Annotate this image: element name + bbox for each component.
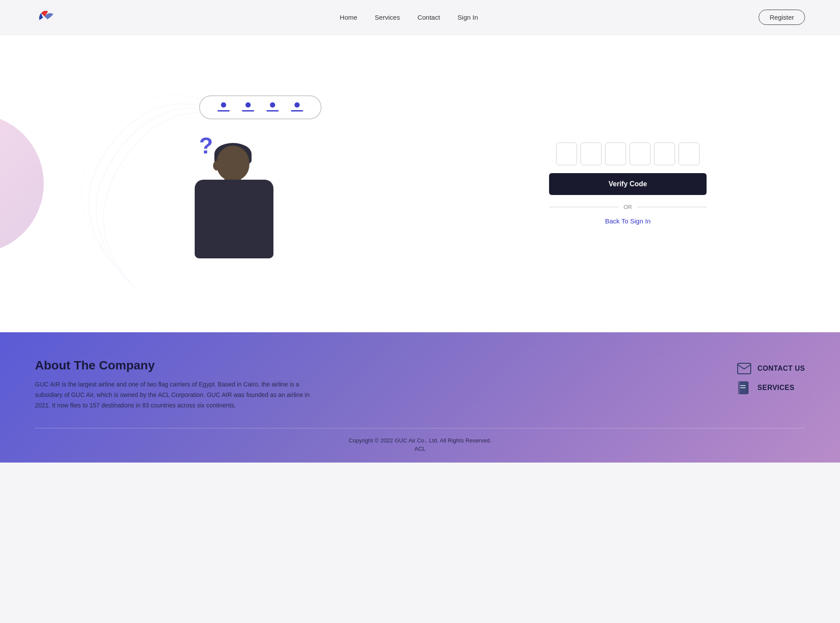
nav-link-services[interactable]: Services: [375, 14, 400, 21]
otp-dot-2: [245, 102, 251, 108]
logo[interactable]: [35, 5, 59, 29]
footer-links-section: CONTACT US SERVICES: [737, 363, 805, 393]
footer-top: About The Company GUC AIR is the largest…: [35, 358, 805, 411]
nav-link-contact[interactable]: Contact: [417, 14, 440, 21]
back-to-signin-link[interactable]: Back To Sign In: [605, 217, 651, 225]
code-input-5[interactable]: [654, 143, 675, 165]
person-head: [217, 146, 249, 181]
otp-dot-1: [221, 102, 226, 108]
footer-link-services[interactable]: SERVICES: [737, 382, 805, 393]
person-body: [195, 180, 273, 258]
code-inputs-group: [556, 143, 700, 165]
otp-line-2: [242, 110, 254, 111]
otp-dot-4: [294, 102, 300, 108]
register-button[interactable]: Register: [759, 10, 805, 25]
person-ear: [213, 161, 220, 171]
footer-about-text: GUC AIR is the largest airline and one o…: [35, 379, 315, 411]
acl-text: ACL: [35, 445, 805, 452]
nav-item-services[interactable]: Services: [375, 14, 400, 21]
nav-item-contact[interactable]: Contact: [417, 14, 440, 21]
otp-dot-3: [270, 102, 275, 108]
footer-copyright: Copyright © 2022 GUC Air Co., Ltd. All R…: [35, 428, 805, 463]
contact-us-label: CONTACT US: [757, 365, 805, 372]
navbar: Home Services Contact Sign In Register: [0, 0, 840, 35]
logo-icon: [35, 5, 59, 29]
person-illustration: ?: [186, 132, 282, 272]
otp-line-4: [291, 110, 303, 111]
otp-line-1: [217, 110, 230, 111]
verify-code-button[interactable]: Verify Code: [549, 173, 707, 195]
book-icon: [737, 382, 751, 393]
footer-link-contact-us[interactable]: CONTACT US: [737, 363, 805, 374]
services-label: SERVICES: [757, 384, 794, 392]
code-input-4[interactable]: [630, 143, 651, 165]
email-icon: [737, 363, 751, 374]
code-input-6[interactable]: [679, 143, 700, 165]
footer: About The Company GUC AIR is the largest…: [0, 332, 840, 463]
nav-item-home[interactable]: Home: [340, 14, 357, 21]
nav-link-home[interactable]: Home: [340, 14, 357, 21]
code-input-2[interactable]: [581, 143, 602, 165]
or-line-left: [549, 207, 618, 207]
otp-line-3: [266, 110, 279, 111]
verify-form-section: Verify Code OR Back To Sign In: [549, 143, 707, 225]
or-text: OR: [623, 204, 632, 210]
code-input-1[interactable]: [556, 143, 577, 165]
main-content: ? Verify Code OR Back To Sign In: [0, 35, 840, 332]
nav-item-signin[interactable]: Sign In: [458, 14, 478, 21]
nav-links: Home Services Contact Sign In: [340, 14, 478, 21]
footer-about-title: About The Company: [35, 358, 315, 372]
or-divider: OR: [549, 204, 707, 210]
illustration-section: ?: [133, 95, 352, 272]
otp-illustration-pill: [199, 95, 322, 119]
or-line-right: [637, 207, 707, 207]
footer-about-section: About The Company GUC AIR is the largest…: [35, 358, 315, 411]
nav-link-signin[interactable]: Sign In: [458, 14, 478, 21]
copyright-text: Copyright © 2022 GUC Air Co., Ltd. All R…: [35, 437, 805, 444]
question-mark-icon: ?: [199, 132, 213, 159]
code-input-3[interactable]: [605, 143, 626, 165]
